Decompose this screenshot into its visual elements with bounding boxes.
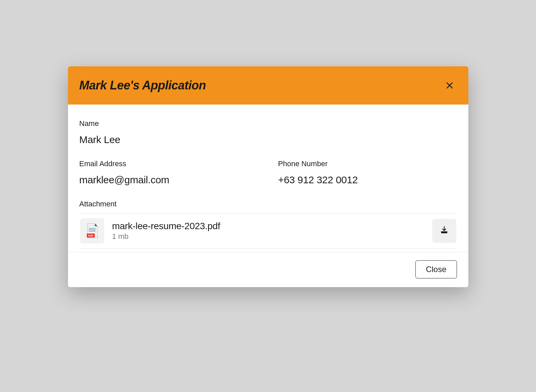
application-modal: Mark Lee's Application Name Mark Lee Ema… [68, 66, 468, 287]
field-name: Name Mark Lee [79, 119, 457, 145]
download-button[interactable] [432, 219, 456, 243]
attachment-row: PDF mark-lee-resume-2023.pdf 1 mb [79, 213, 457, 249]
attachment-section: Attachment PDF mark-lee-resume-2023.pdf [79, 200, 457, 249]
close-button[interactable]: Close [415, 260, 457, 278]
svg-rect-1 [89, 230, 95, 230]
name-label: Name [79, 119, 457, 128]
field-email: Email Address marklee@gmail.com [79, 159, 258, 186]
modal-title: Mark Lee's Application [79, 78, 206, 92]
svg-rect-0 [89, 228, 95, 229]
email-value: marklee@gmail.com [79, 174, 258, 186]
file-info: mark-lee-resume-2023.pdf 1 mb [112, 221, 424, 241]
close-icon[interactable] [444, 80, 455, 91]
phone-label: Phone Number [278, 159, 457, 168]
field-phone: Phone Number +63 912 322 0012 [278, 159, 457, 186]
email-label: Email Address [79, 159, 258, 168]
attachment-label: Attachment [79, 200, 457, 208]
modal-body: Name Mark Lee Email Address marklee@gmai… [68, 105, 468, 252]
modal-footer: Close [68, 252, 468, 287]
phone-value: +63 912 322 0012 [278, 174, 457, 186]
file-name: mark-lee-resume-2023.pdf [112, 221, 424, 232]
download-icon [440, 225, 449, 236]
svg-rect-2 [89, 231, 95, 232]
file-size: 1 mb [112, 232, 424, 241]
svg-text:PDF: PDF [88, 234, 93, 237]
name-value: Mark Lee [79, 134, 457, 145]
modal-header: Mark Lee's Application [68, 66, 468, 105]
pdf-file-icon: PDF [80, 218, 104, 244]
